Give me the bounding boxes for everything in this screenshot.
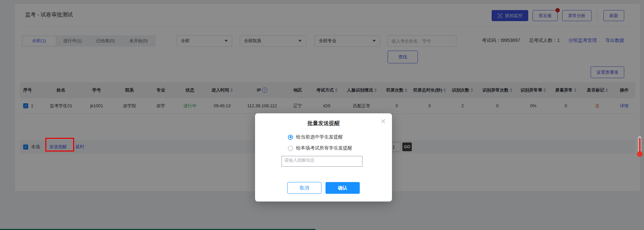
option-all-students[interactable]: 给本场考试所有学生发提醒 <box>288 145 392 151</box>
screen: 监考 - 试卷审批测试 抓拍监控 留言板 <box>0 0 644 230</box>
reminder-message-input[interactable] <box>282 156 362 167</box>
annotation-scrollbar-thumb <box>639 138 641 152</box>
annotation-scrollbar-dot <box>637 151 643 157</box>
option-selected-students[interactable]: 给当前选中学生发提醒 <box>288 134 392 140</box>
cancel-button[interactable]: 取消 <box>287 182 321 194</box>
annotation-red-box <box>45 138 74 152</box>
close-icon[interactable]: ✕ <box>380 118 386 125</box>
batch-reminder-modal: ✕ 批量发送提醒 给当前选中学生发提醒 给本场考试所有学生发提醒 取消 确认 <box>255 113 392 202</box>
modal-actions: 取消 确认 <box>255 182 392 194</box>
cancel-label: 取消 <box>300 185 309 191</box>
confirm-label: 确认 <box>338 185 347 191</box>
option-all-label: 给本场考试所有学生发提醒 <box>296 145 352 151</box>
radio-selected-icon[interactable] <box>288 135 293 140</box>
confirm-button[interactable]: 确认 <box>326 182 360 194</box>
radio-unselected-icon[interactable] <box>288 146 293 151</box>
modal-title: 批量发送提醒 <box>255 113 392 127</box>
option-selected-label: 给当前选中学生发提醒 <box>296 134 343 140</box>
